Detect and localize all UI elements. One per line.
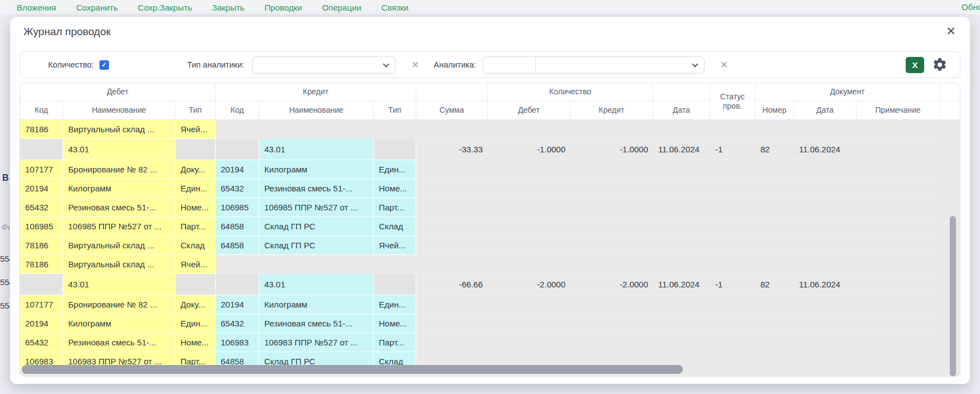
- cell-qty-credit[interactable]: [570, 255, 653, 274]
- cell-note[interactable]: [857, 198, 940, 217]
- cell-credit-type[interactable]: Склад: [374, 217, 416, 236]
- cell-date[interactable]: [653, 179, 710, 198]
- cell-credit-name[interactable]: Резиновая смесь 51-...: [259, 179, 374, 198]
- cell-credit-code[interactable]: 20194: [216, 160, 259, 179]
- column-header-qty-credit[interactable]: Кредит: [570, 101, 653, 119]
- cell-credit-type[interactable]: [374, 255, 416, 274]
- gear-icon[interactable]: [932, 57, 948, 73]
- cell-status[interactable]: [710, 120, 755, 139]
- cell-sum[interactable]: [416, 255, 488, 274]
- table-row[interactable]: 106985106985 ППР №527 от ...Парт...64858…: [20, 217, 960, 236]
- cell-credit-name[interactable]: [259, 120, 374, 139]
- cell-debit-type[interactable]: Доку...: [175, 160, 216, 179]
- cell-note[interactable]: [857, 295, 940, 314]
- cell-credit-type[interactable]: Един...: [374, 295, 416, 314]
- cell-doc-date[interactable]: [794, 179, 857, 198]
- cell-credit-name[interactable]: Склад ГП РС: [259, 236, 374, 255]
- cell-sum[interactable]: [416, 198, 488, 217]
- cell-doc-date[interactable]: [794, 236, 857, 255]
- menu-item-links[interactable]: Связки: [382, 3, 409, 12]
- cell-date[interactable]: [653, 160, 710, 179]
- column-header-date[interactable]: Дата: [653, 101, 710, 119]
- cell-credit-code[interactable]: 64858: [216, 236, 259, 255]
- analytics-select[interactable]: [483, 56, 705, 74]
- cell-qty-debit[interactable]: [488, 198, 570, 217]
- cell-doc-number[interactable]: [755, 179, 794, 198]
- cell-date[interactable]: [653, 314, 710, 333]
- cell-qty-credit[interactable]: [570, 120, 653, 139]
- close-icon[interactable]: ✕: [943, 23, 959, 39]
- cell-doc-date[interactable]: [794, 217, 857, 236]
- cell-date[interactable]: [653, 217, 710, 236]
- cell-debit-name[interactable]: Килограмм: [63, 179, 175, 198]
- cell-credit-code[interactable]: 65432: [216, 314, 259, 333]
- cell-credit-code[interactable]: 20194: [216, 295, 259, 314]
- cell-doc-date[interactable]: [794, 295, 857, 314]
- cell-debit-name[interactable]: Бронирование № 82 ...: [63, 160, 175, 179]
- clear-analytics-type-icon[interactable]: ✕: [411, 59, 419, 71]
- cell-debit-type[interactable]: Ячей...: [175, 120, 216, 139]
- cell-debit-type[interactable]: [175, 139, 216, 160]
- cell-credit-type[interactable]: Номе...: [374, 179, 416, 198]
- cell-qty-debit[interactable]: [488, 120, 570, 139]
- cell-doc-date[interactable]: [794, 352, 857, 371]
- horizontal-scrollbar[interactable]: [22, 365, 683, 374]
- column-header-debit-name[interactable]: Наименование: [63, 101, 175, 119]
- cell-debit-code[interactable]: [20, 139, 63, 160]
- menu-item-save[interactable]: Сохранить: [76, 3, 118, 12]
- cell-note[interactable]: [857, 333, 940, 352]
- column-header-doc-number[interactable]: Номер: [755, 101, 794, 119]
- cell-credit-name[interactable]: Килограмм: [259, 160, 374, 179]
- table-row[interactable]: 78186Виртуальный склад ...Ячей...: [20, 120, 960, 139]
- cell-debit-type[interactable]: Склад: [175, 236, 216, 255]
- column-header-note[interactable]: Примечание: [857, 101, 940, 119]
- menu-item-postings[interactable]: Проводки: [264, 3, 302, 12]
- cell-credit-code[interactable]: [216, 274, 259, 295]
- table-row[interactable]: 43.0143.01-66.66-2.0000-2.000011.06.2024…: [20, 274, 960, 295]
- cell-qty-credit[interactable]: [570, 314, 653, 333]
- cell-qty-debit[interactable]: [488, 236, 570, 255]
- cell-sum[interactable]: [416, 160, 488, 179]
- cell-credit-code[interactable]: [216, 255, 259, 274]
- cell-debit-type[interactable]: Доку...: [175, 295, 216, 314]
- cell-status[interactable]: [710, 333, 755, 352]
- cell-sum[interactable]: [416, 314, 488, 333]
- cell-debit-code[interactable]: 78186: [20, 236, 63, 255]
- cell-qty-credit[interactable]: [570, 236, 653, 255]
- cell-debit-type[interactable]: Един...: [175, 179, 216, 198]
- cell-status[interactable]: [710, 295, 755, 314]
- cell-sum[interactable]: -66.66: [416, 274, 488, 295]
- analytics-code-input[interactable]: [483, 57, 536, 73]
- cell-debit-code[interactable]: 78186: [20, 255, 63, 274]
- cell-doc-date[interactable]: [794, 198, 857, 217]
- cell-debit-type[interactable]: Номе...: [175, 333, 216, 352]
- menu-item-operations[interactable]: Операции: [322, 3, 361, 12]
- cell-qty-debit[interactable]: [488, 333, 570, 352]
- cell-debit-code[interactable]: 78186: [20, 120, 63, 139]
- cell-debit-name[interactable]: Килограмм: [63, 314, 175, 333]
- table-row[interactable]: 20194КилограммЕдин...65432Резиновая смес…: [20, 314, 960, 333]
- cell-qty-credit[interactable]: -2.0000: [570, 274, 653, 295]
- cell-note[interactable]: [857, 314, 940, 333]
- cell-qty-credit[interactable]: -1.0000: [570, 139, 653, 160]
- cell-debit-name[interactable]: Резиновая смесь 51-...: [63, 198, 175, 217]
- cell-doc-date[interactable]: [794, 255, 857, 274]
- table-row[interactable]: 107177Бронирование № 82 ...Доку...20194К…: [20, 160, 960, 179]
- cell-qty-credit[interactable]: [570, 217, 653, 236]
- cell-sum[interactable]: [416, 333, 488, 352]
- cell-sum[interactable]: [416, 295, 488, 314]
- cell-credit-code[interactable]: 106983: [216, 333, 259, 352]
- cell-doc-date[interactable]: [794, 120, 857, 139]
- column-header-sum[interactable]: Сумма: [416, 101, 488, 119]
- cell-status[interactable]: [710, 198, 755, 217]
- cell-debit-name[interactable]: Резиновая смесь 51-...: [63, 333, 175, 352]
- cell-credit-name[interactable]: 43.01: [259, 274, 374, 295]
- cell-status[interactable]: -1: [710, 274, 755, 295]
- cell-note[interactable]: [857, 160, 940, 179]
- cell-doc-number[interactable]: [755, 198, 794, 217]
- cell-qty-credit[interactable]: [570, 198, 653, 217]
- cell-credit-code[interactable]: [216, 120, 259, 139]
- menu-item-attachments[interactable]: Вложения: [17, 3, 56, 12]
- cell-note[interactable]: [857, 179, 940, 198]
- cell-credit-name[interactable]: Резиновая смесь 51-...: [259, 314, 374, 333]
